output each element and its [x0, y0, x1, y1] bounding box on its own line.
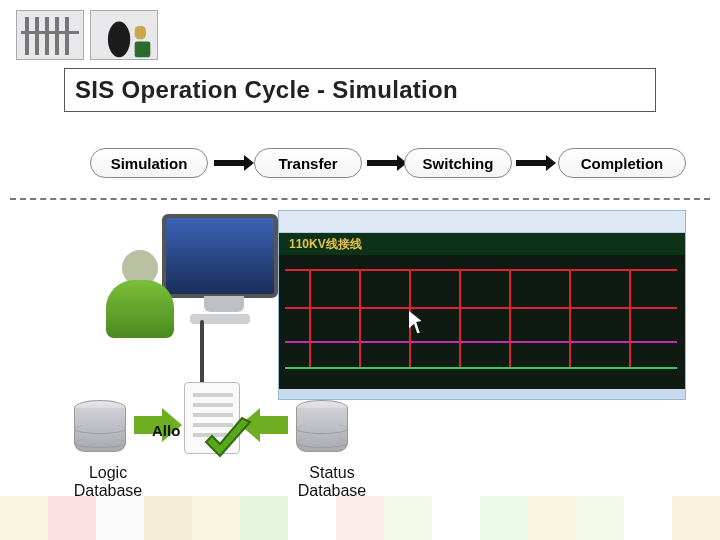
stage-transfer: Transfer — [254, 148, 362, 178]
page-title-bar: SIS Operation Cycle - Simulation — [64, 68, 656, 112]
connector-line — [200, 320, 204, 384]
stage-completion: Completion — [558, 148, 686, 178]
page-title: SIS Operation Cycle - Simulation — [75, 76, 458, 104]
caption-status-db: Status Database — [272, 464, 392, 500]
divider-dashed — [10, 198, 710, 200]
app-banner: 110KV线接线 — [279, 233, 685, 255]
arrow-icon — [516, 160, 546, 166]
header-thumb-device — [90, 10, 158, 60]
caption-logic-db: Logic Database — [48, 464, 168, 500]
scada-screenshot: 110KV线接线 — [278, 210, 686, 400]
status-database-icon — [296, 400, 348, 456]
svg-rect-2 — [135, 26, 146, 39]
svg-point-0 — [108, 21, 130, 57]
stage-simulation: Simulation — [90, 148, 208, 178]
header-thumb-substation — [16, 10, 84, 60]
operator-icon — [100, 250, 182, 342]
svg-rect-1 — [135, 42, 151, 58]
allow-label: Allo — [152, 422, 180, 439]
stage-switching: Switching — [404, 148, 512, 178]
scada-diagram — [279, 255, 685, 389]
monitor-stand — [190, 314, 250, 324]
arrow-icon — [214, 160, 244, 166]
arrow-icon — [367, 160, 397, 166]
window-chrome — [279, 211, 685, 233]
decorative-tiles — [0, 496, 720, 540]
window-footer — [279, 389, 685, 399]
cursor-icon — [409, 311, 427, 333]
checkmark-icon — [202, 414, 254, 466]
logic-database-icon — [74, 400, 126, 456]
